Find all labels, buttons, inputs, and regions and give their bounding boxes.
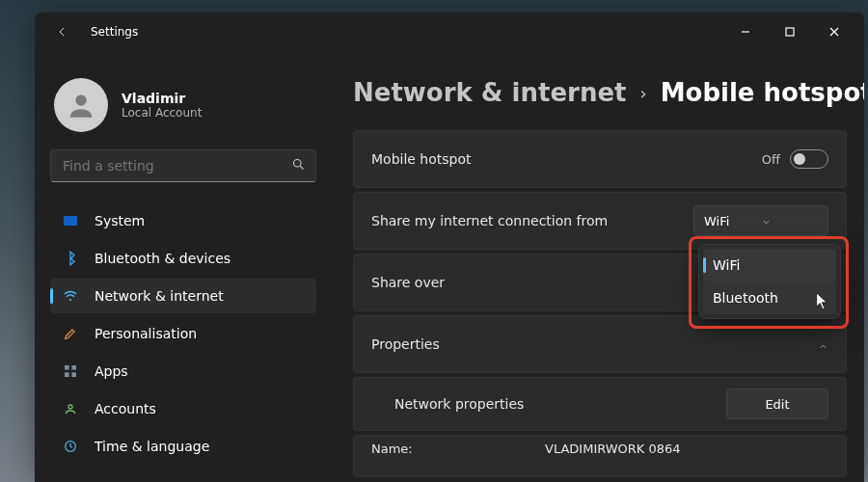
apps-icon: [62, 362, 79, 380]
sidebar-item-label: Personalisation: [95, 326, 197, 341]
window-controls: [723, 16, 856, 47]
profile-name: Vladimir: [122, 91, 202, 106]
breadcrumb: Network & internet › Mobile hotspot: [353, 78, 847, 107]
row-label: Network properties: [371, 396, 726, 412]
svg-rect-0: [786, 28, 794, 36]
breadcrumb-parent[interactable]: Network & internet: [353, 78, 626, 107]
network-properties-row: Network properties Edit: [353, 377, 847, 431]
profile-subtitle: Local Account: [122, 106, 202, 120]
search-input[interactable]: [63, 158, 291, 174]
svg-rect-5: [71, 365, 76, 370]
dropdown-value: WiFi: [704, 214, 761, 228]
dropdown-option-wifi[interactable]: WiFi: [703, 249, 836, 281]
hotspot-toggle-card[interactable]: Mobile hotspot Off: [353, 130, 847, 188]
svg-rect-4: [65, 365, 69, 370]
sidebar-item-label: System: [95, 213, 145, 228]
sidebar-item-time[interactable]: Time & language: [50, 429, 316, 464]
chevron-right-icon: ›: [639, 83, 646, 103]
button-label: Edit: [765, 397, 789, 412]
wifi-icon: [62, 287, 79, 305]
sidebar-item-bluetooth[interactable]: Bluetooth & devices: [50, 241, 316, 276]
property-key: Name:: [371, 442, 545, 456]
sidebar-item-apps[interactable]: Apps: [50, 354, 316, 388]
sidebar-item-label: Accounts: [95, 401, 156, 416]
sidebar-item-label: Apps: [95, 363, 128, 379]
settings-window: Settings Vladimir Local Account: [35, 13, 864, 482]
accounts-icon: [62, 400, 79, 417]
svg-rect-7: [71, 372, 76, 377]
back-button[interactable]: [48, 17, 77, 46]
nav-list: System Bluetooth & devices Network & int…: [50, 203, 316, 464]
sidebar-item-label: Network & internet: [95, 288, 224, 304]
card-label: Share over: [371, 275, 693, 290]
breadcrumb-current: Mobile hotspot: [661, 78, 864, 107]
svg-rect-6: [65, 372, 69, 377]
hotspot-toggle[interactable]: [790, 149, 828, 169]
close-button[interactable]: [812, 16, 856, 47]
window-title: Settings: [91, 25, 138, 39]
sidebar: Vladimir Local Account System: [35, 51, 332, 482]
share-over-dropdown-open: WiFi Bluetooth: [698, 244, 841, 319]
chevron-down-icon: [761, 216, 818, 227]
sidebar-item-network[interactable]: Network & internet: [50, 279, 316, 313]
avatar: [54, 78, 108, 132]
sidebar-item-accounts[interactable]: Accounts: [50, 391, 316, 426]
card-label: Share my internet connection from: [371, 213, 693, 228]
property-value: VLADIMIRWORK 0864: [545, 442, 681, 456]
dropdown-option-bluetooth[interactable]: Bluetooth: [703, 281, 836, 314]
maximize-button[interactable]: [768, 16, 812, 47]
system-icon: [62, 212, 79, 229]
card-label: Properties: [371, 336, 818, 352]
bluetooth-icon: [62, 250, 79, 267]
option-label: WiFi: [713, 257, 740, 273]
option-label: Bluetooth: [713, 290, 778, 306]
profile-block[interactable]: Vladimir Local Account: [50, 68, 316, 149]
sidebar-item-label: Bluetooth & devices: [95, 251, 231, 266]
svg-point-8: [68, 405, 72, 409]
share-from-dropdown[interactable]: WiFi: [693, 205, 828, 236]
card-label: Mobile hotspot: [371, 151, 762, 167]
properties-expander[interactable]: Properties: [353, 315, 847, 373]
toggle-state-label: Off: [762, 152, 780, 167]
clock-icon: [62, 438, 79, 455]
sidebar-item-personalisation[interactable]: Personalisation: [50, 316, 316, 351]
sidebar-item-system[interactable]: System: [50, 203, 316, 238]
search-box[interactable]: [50, 149, 316, 182]
share-from-card: Share my internet connection from WiFi: [353, 192, 847, 250]
svg-point-2: [294, 160, 302, 168]
titlebar: Settings: [35, 13, 864, 51]
sidebar-item-label: Time & language: [95, 439, 209, 454]
edit-button[interactable]: Edit: [726, 388, 828, 419]
search-icon: [291, 157, 306, 174]
svg-point-1: [75, 94, 86, 105]
brush-icon: [62, 325, 79, 342]
chevron-up-icon: [818, 339, 828, 350]
property-name-row: Name: VLADIMIRWORK 0864: [353, 435, 847, 477]
minimize-button[interactable]: [723, 16, 768, 47]
svg-point-3: [69, 299, 71, 301]
main-pane: Network & internet › Mobile hotspot Mobi…: [332, 51, 864, 482]
